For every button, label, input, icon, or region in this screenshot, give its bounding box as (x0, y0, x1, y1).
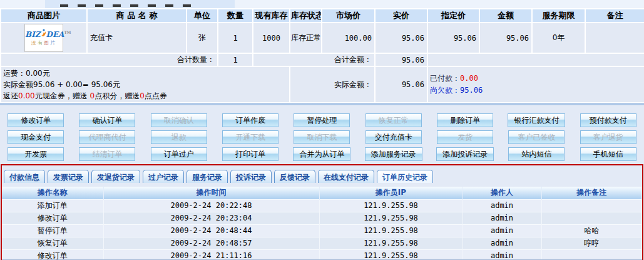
action-button[interactable]: 取消下载 (294, 130, 350, 144)
logo-caption-char: 图 (44, 40, 50, 46)
action-button[interactable]: 合并为从订单 (293, 147, 350, 161)
product-market-price-cell: 100.00 (322, 23, 375, 53)
text-segment: 点点券 (145, 91, 167, 100)
action-button[interactable]: 确认订单 (79, 113, 135, 127)
action-button[interactable]: 客户退货 (580, 130, 636, 144)
record-tab[interactable]: 付款信息 (4, 170, 45, 183)
product-unit-cell: 张 (187, 23, 218, 53)
actual-amount-label: 实际金额： (290, 66, 375, 103)
history-row: 添加订单 2009-2-24 20:22:48 121.9.255.98 adm… (2, 199, 642, 212)
action-button[interactable]: 代理商代付 (79, 130, 135, 144)
history-operation-name: 添加订单 (2, 199, 103, 212)
record-tab[interactable]: 投诉记录 (230, 170, 272, 183)
record-tab[interactable]: 在线支付记录 (318, 170, 374, 183)
action-button[interactable]: 站内短信 (508, 147, 565, 161)
col-header-stock-status: 库存状态 (290, 9, 322, 23)
logo-biz-text: BIZ (25, 30, 41, 39)
col-header-stock: 现有库存 (253, 9, 290, 23)
history-operator: admin (463, 249, 541, 260)
action-button[interactable]: 预付款支付 (580, 113, 636, 127)
action-buttons-grid: 修改订单确认订单取消确认订单作废暂停处理恢复正常删除订单银行汇款支付预付款支付现… (0, 113, 644, 161)
history-remark: 哼哼 (541, 237, 642, 249)
record-tab[interactable]: 发票记录 (48, 170, 89, 183)
history-operation-time: 2009-2-24 21:11:16 (103, 249, 319, 260)
action-button[interactable]: 发货 (437, 130, 493, 144)
product-actual-price-cell: 95.06 (375, 23, 427, 53)
product-header-row: 商品图片 商 品 名 称 单位 数量 现有库存 库存状态 市场价 实价 指定价 … (1, 9, 644, 23)
logo-dea-text: DEA (46, 30, 64, 39)
action-button[interactable]: 修改订单 (8, 113, 64, 127)
clipped-tab-text (60, 4, 198, 7)
action-button[interactable]: 暂停处理 (294, 113, 350, 127)
clipped-header-tab (45, 0, 235, 8)
record-tab[interactable]: 订单历史记录 (377, 170, 433, 183)
col-header-product-name: 商 品 名 称 (87, 9, 187, 23)
action-button[interactable]: 添加投诉记录 (436, 147, 494, 161)
action-button[interactable]: 退款 (151, 130, 207, 144)
action-button[interactable]: 删除订单 (437, 113, 493, 127)
history-operator: admin (463, 199, 541, 212)
summary-left-block: 运费：0.00元 实际金额95.06 + 0.00= 95.06元 返还0.00… (1, 66, 290, 103)
col-header-product-image: 商品图片 (1, 9, 87, 23)
history-operator: admin (463, 237, 541, 249)
record-tab[interactable]: 发退货记录 (91, 170, 140, 183)
col-header-quantity: 数量 (218, 9, 253, 23)
action-button[interactable]: 银行汇款支付 (508, 113, 565, 127)
history-operation-time: 2009-2-24 20:22:48 (103, 199, 319, 212)
action-button[interactable]: 现金支付 (8, 130, 64, 144)
history-col-operation-time: 操作时间 (103, 187, 319, 199)
action-button[interactable]: 订单作废 (222, 113, 279, 127)
bizidea-logo: BIZDEATM 没有图片 (24, 24, 63, 52)
text-segment: 元现金券，赠送 (35, 91, 90, 100)
history-remark (541, 249, 642, 260)
rebate-line: 返还0.00元现金券，赠送 0点积分，赠送0点点券 (3, 90, 289, 101)
record-tab[interactable]: 过户记录 (143, 170, 184, 183)
totals-row: 合计数量： 1 合计金额： 95.06 (1, 53, 644, 66)
action-buttons-area: 修改订单确认订单取消确认订单作废暂停处理恢复正常删除订单银行汇款支付预付款支付现… (0, 105, 644, 161)
history-operation-time: 2009-2-24 20:23:04 (103, 212, 319, 224)
history-operation-name: 修改订单 (2, 212, 103, 224)
action-button[interactable]: 添加服务记录 (365, 147, 422, 161)
logo-caption-char: 片 (50, 40, 56, 46)
action-button[interactable]: 开通下载 (222, 130, 279, 144)
col-header-market-price: 市场价 (322, 9, 375, 23)
action-button[interactable]: 手机短信 (580, 147, 636, 161)
history-row: 修改订单 2009-2-24 20:23:04 121.9.255.98 adm… (2, 212, 642, 224)
history-row: 恢复订单 2009-2-24 20:48:57 121.9.255.98 adm… (2, 237, 642, 249)
total-amount-label: 合计金额： (253, 53, 375, 66)
product-image-cell: BIZDEATM 没有图片 (1, 23, 87, 53)
history-operation-time: 2009-2-24 20:48:44 (103, 224, 319, 237)
text-segment: 实际金额95.06 + 0.00= 95.06元 (3, 80, 120, 89)
action-button[interactable]: 结清订单 (79, 147, 135, 161)
history-operator-ip: 121.9.255.98 (319, 224, 463, 237)
action-button[interactable]: 交付充值卡 (365, 130, 422, 144)
record-tab[interactable]: 服务记录 (187, 170, 228, 183)
product-stock-cell: 1000 (253, 23, 290, 53)
history-operator: admin (463, 212, 541, 224)
text-segment: 返还 (3, 91, 18, 100)
product-quantity-cell: 1 (218, 23, 253, 53)
history-remark (541, 212, 642, 224)
history-row: 暂停订单 2009-2-24 20:48:44 121.9.255.98 adm… (2, 224, 642, 237)
order-records-panel: 付款信息发票记录发退货记录过户记录服务记录投诉记录反馈记录在线支付记录订单历史记… (1, 164, 643, 260)
history-operator-ip: 121.9.255.98 (319, 199, 463, 212)
logo-bird-icon (41, 29, 46, 39)
action-button[interactable]: 取消确认 (151, 113, 207, 127)
totals-empty-cell (427, 53, 644, 66)
col-header-service-period: 服务期限 (532, 9, 585, 23)
history-operator-ip: 121.9.255.98 (319, 212, 463, 224)
action-button[interactable]: 订单过户 (151, 147, 207, 161)
action-button[interactable]: 客户已签收 (508, 130, 565, 144)
record-tab[interactable]: 反馈记录 (274, 170, 315, 183)
action-button[interactable]: 打印订单 (222, 147, 279, 161)
action-button[interactable]: 恢复正常 (365, 113, 422, 127)
actual-amount-value: 95.06 (375, 66, 427, 103)
action-button[interactable]: 开发票 (8, 147, 64, 161)
text-segment: 0.00 (18, 91, 35, 100)
total-quantity-label: 合计数量： (1, 53, 218, 66)
product-designated-price-cell: 95.06 (427, 23, 479, 53)
paid-label: 已付款： (430, 74, 460, 83)
shipping-fee-line: 运费：0.00元 (3, 68, 289, 79)
col-header-actual-price: 实价 (375, 9, 427, 23)
product-name-cell: 充值卡 (87, 23, 187, 53)
